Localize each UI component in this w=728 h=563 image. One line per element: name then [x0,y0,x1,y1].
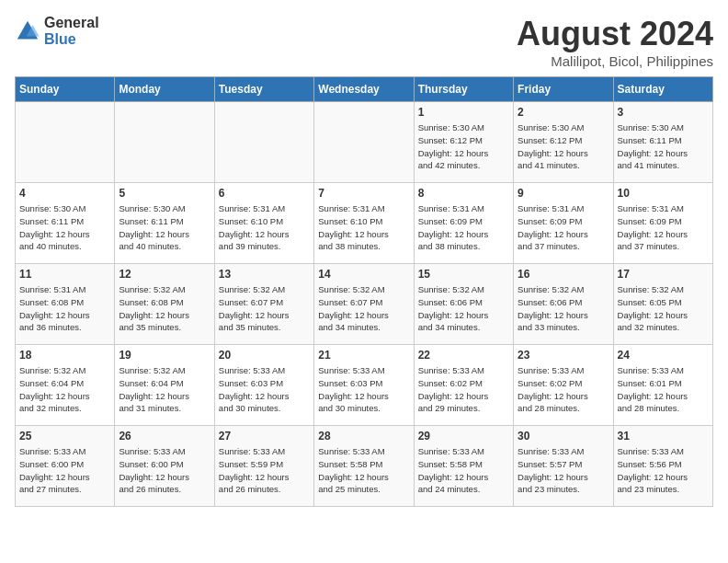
day-info: Sunrise: 5:33 AMSunset: 5:56 PMDaylight:… [618,445,709,496]
day-number: 9 [518,187,609,200]
day-info: Sunrise: 5:31 AMSunset: 6:09 PMDaylight:… [418,202,509,253]
calendar-cell: 6Sunrise: 5:31 AMSunset: 6:10 PMDaylight… [214,183,313,264]
day-number: 20 [219,349,310,362]
day-info: Sunrise: 5:31 AMSunset: 6:10 PMDaylight:… [219,202,310,253]
day-info: Sunrise: 5:33 AMSunset: 6:03 PMDaylight:… [318,364,409,415]
day-info: Sunrise: 5:32 AMSunset: 6:06 PMDaylight:… [518,283,609,334]
calendar-week-row: 25Sunrise: 5:33 AMSunset: 6:00 PMDayligh… [16,426,713,507]
day-info: Sunrise: 5:31 AMSunset: 6:10 PMDaylight:… [318,202,409,253]
day-number: 15 [418,268,509,281]
day-number: 11 [19,268,110,281]
day-number: 23 [518,349,609,362]
calendar-cell [214,102,313,183]
day-info: Sunrise: 5:33 AMSunset: 6:00 PMDaylight:… [19,445,110,496]
calendar-cell: 13Sunrise: 5:32 AMSunset: 6:07 PMDayligh… [214,264,313,345]
day-number: 19 [119,349,210,362]
day-number: 14 [318,268,409,281]
day-info: Sunrise: 5:31 AMSunset: 6:09 PMDaylight:… [618,202,709,253]
day-info: Sunrise: 5:32 AMSunset: 6:04 PMDaylight:… [119,364,210,415]
calendar-cell: 26Sunrise: 5:33 AMSunset: 6:00 PMDayligh… [115,426,214,507]
day-number: 29 [418,430,509,442]
logo-blue: Blue [44,31,76,47]
day-number: 4 [19,187,110,200]
day-info: Sunrise: 5:32 AMSunset: 6:06 PMDaylight:… [418,283,509,334]
weekday-header: Monday [115,77,214,102]
day-number: 30 [518,430,609,442]
day-number: 2 [518,106,609,119]
calendar-cell: 10Sunrise: 5:31 AMSunset: 6:09 PMDayligh… [613,183,712,264]
calendar-cell: 22Sunrise: 5:33 AMSunset: 6:02 PMDayligh… [414,345,513,426]
calendar-cell: 29Sunrise: 5:33 AMSunset: 5:58 PMDayligh… [414,426,513,507]
calendar-cell: 30Sunrise: 5:33 AMSunset: 5:57 PMDayligh… [514,426,613,507]
calendar-cell: 28Sunrise: 5:33 AMSunset: 5:58 PMDayligh… [314,426,414,507]
day-info: Sunrise: 5:30 AMSunset: 6:11 PMDaylight:… [19,202,110,253]
calendar-cell: 8Sunrise: 5:31 AMSunset: 6:09 PMDaylight… [414,183,513,264]
calendar-cell: 1Sunrise: 5:30 AMSunset: 6:12 PMDaylight… [414,102,513,183]
day-info: Sunrise: 5:33 AMSunset: 5:58 PMDaylight:… [318,445,409,496]
subtitle: Malilipot, Bicol, Philippines [517,53,713,69]
calendar-cell: 31Sunrise: 5:33 AMSunset: 5:56 PMDayligh… [613,426,712,507]
calendar-cell: 15Sunrise: 5:32 AMSunset: 6:06 PMDayligh… [414,264,513,345]
calendar-cell: 24Sunrise: 5:33 AMSunset: 6:01 PMDayligh… [613,345,712,426]
day-info: Sunrise: 5:32 AMSunset: 6:04 PMDaylight:… [19,364,110,415]
day-info: Sunrise: 5:30 AMSunset: 6:11 PMDaylight:… [618,121,709,172]
calendar-cell: 27Sunrise: 5:33 AMSunset: 5:59 PMDayligh… [214,426,313,507]
calendar-cell: 20Sunrise: 5:33 AMSunset: 6:03 PMDayligh… [214,345,313,426]
calendar-cell: 18Sunrise: 5:32 AMSunset: 6:04 PMDayligh… [16,345,115,426]
day-number: 25 [19,430,110,442]
day-number: 13 [219,268,310,281]
calendar-cell [16,102,115,183]
day-info: Sunrise: 5:32 AMSunset: 6:07 PMDaylight:… [318,283,409,334]
day-number: 31 [618,430,709,442]
day-info: Sunrise: 5:33 AMSunset: 5:57 PMDaylight:… [518,445,609,496]
calendar-week-row: 4Sunrise: 5:30 AMSunset: 6:11 PMDaylight… [16,183,713,264]
weekday-header: Tuesday [214,77,313,102]
calendar-cell: 21Sunrise: 5:33 AMSunset: 6:03 PMDayligh… [314,345,414,426]
calendar-cell: 12Sunrise: 5:32 AMSunset: 6:08 PMDayligh… [115,264,214,345]
day-number: 3 [618,106,709,119]
calendar-cell: 23Sunrise: 5:33 AMSunset: 6:02 PMDayligh… [514,345,613,426]
calendar-week-row: 18Sunrise: 5:32 AMSunset: 6:04 PMDayligh… [16,345,713,426]
weekday-header: Friday [514,77,613,102]
calendar-week-row: 11Sunrise: 5:31 AMSunset: 6:08 PMDayligh… [16,264,713,345]
calendar-cell: 2Sunrise: 5:30 AMSunset: 6:12 PMDaylight… [514,102,613,183]
day-number: 12 [119,268,210,281]
weekday-header: Thursday [414,77,513,102]
calendar-cell: 19Sunrise: 5:32 AMSunset: 6:04 PMDayligh… [115,345,214,426]
day-info: Sunrise: 5:33 AMSunset: 6:00 PMDaylight:… [119,445,210,496]
day-number: 10 [618,187,709,200]
calendar-cell: 17Sunrise: 5:32 AMSunset: 6:05 PMDayligh… [613,264,712,345]
day-info: Sunrise: 5:33 AMSunset: 6:02 PMDaylight:… [418,364,509,415]
day-info: Sunrise: 5:33 AMSunset: 6:02 PMDaylight:… [518,364,609,415]
day-number: 24 [618,349,709,362]
logo-icon [15,18,40,44]
day-number: 16 [518,268,609,281]
day-info: Sunrise: 5:33 AMSunset: 6:03 PMDaylight:… [219,364,310,415]
logo-general: General [44,15,99,30]
day-info: Sunrise: 5:30 AMSunset: 6:12 PMDaylight:… [418,121,509,172]
day-info: Sunrise: 5:31 AMSunset: 6:09 PMDaylight:… [518,202,609,253]
day-number: 28 [318,430,409,442]
day-number: 18 [19,349,110,362]
main-title: August 2024 [517,15,713,53]
day-number: 22 [418,349,509,362]
day-info: Sunrise: 5:33 AMSunset: 6:01 PMDaylight:… [618,364,709,415]
calendar-cell: 9Sunrise: 5:31 AMSunset: 6:09 PMDaylight… [514,183,613,264]
day-number: 7 [318,187,409,200]
day-info: Sunrise: 5:32 AMSunset: 6:08 PMDaylight:… [119,283,210,334]
day-number: 8 [418,187,509,200]
day-number: 26 [119,430,210,442]
day-info: Sunrise: 5:33 AMSunset: 5:58 PMDaylight:… [418,445,509,496]
calendar-cell: 7Sunrise: 5:31 AMSunset: 6:10 PMDaylight… [314,183,414,264]
calendar-week-row: 1Sunrise: 5:30 AMSunset: 6:12 PMDaylight… [16,102,713,183]
calendar-cell: 4Sunrise: 5:30 AMSunset: 6:11 PMDaylight… [16,183,115,264]
title-section: August 2024 Malilipot, Bicol, Philippine… [517,15,713,69]
day-info: Sunrise: 5:31 AMSunset: 6:08 PMDaylight:… [19,283,110,334]
calendar-cell: 25Sunrise: 5:33 AMSunset: 6:00 PMDayligh… [16,426,115,507]
day-info: Sunrise: 5:33 AMSunset: 5:59 PMDaylight:… [219,445,310,496]
day-info: Sunrise: 5:32 AMSunset: 6:07 PMDaylight:… [219,283,310,334]
weekday-header: Saturday [613,77,712,102]
weekday-header: Wednesday [314,77,414,102]
day-number: 27 [219,430,310,442]
day-number: 5 [119,187,210,200]
